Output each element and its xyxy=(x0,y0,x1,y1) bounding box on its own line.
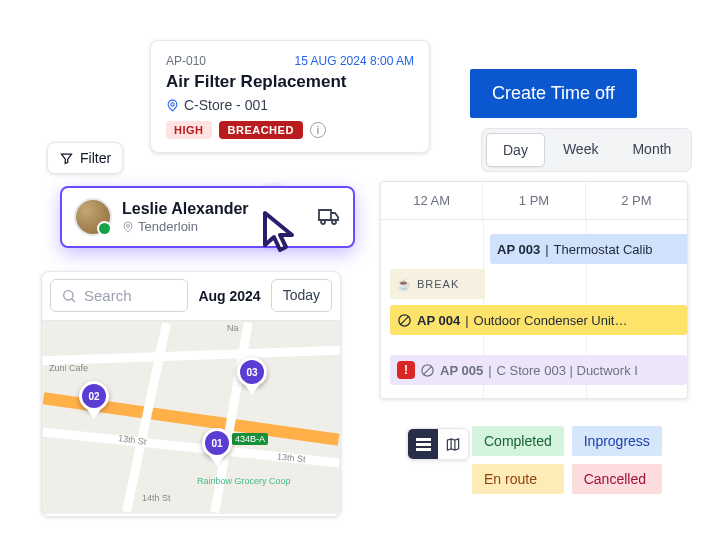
avatar xyxy=(74,198,112,236)
info-icon[interactable]: i xyxy=(310,122,326,138)
schedule-event[interactable]: AP 004 | Outdoor Condenser Unit… xyxy=(390,305,687,335)
svg-point-3 xyxy=(332,220,336,224)
range-day[interactable]: Day xyxy=(486,133,545,167)
technician-card[interactable]: Leslie Alexander Tenderloin xyxy=(60,186,355,248)
schedule-col-header: 2 PM xyxy=(586,182,687,219)
location-icon xyxy=(166,99,179,112)
view-toggle xyxy=(407,428,469,460)
technician-location: Tenderloin xyxy=(138,219,198,234)
event-code: AP 003 xyxy=(497,242,540,257)
map-view-button[interactable] xyxy=(438,429,468,459)
map-pin[interactable]: 01 xyxy=(202,428,232,458)
event-title: Thermostat Calib xyxy=(554,242,653,257)
svg-rect-8 xyxy=(416,443,431,446)
map-street-label: Na xyxy=(227,323,239,333)
map-poi: Rainbow Grocery Coop xyxy=(197,476,291,486)
map-pin[interactable]: 02 xyxy=(79,381,109,411)
filter-icon xyxy=(59,151,74,166)
search-placeholder: Search xyxy=(84,287,132,304)
today-button[interactable]: Today xyxy=(271,279,332,312)
status-completed: Completed xyxy=(472,426,564,456)
cursor-icon xyxy=(260,210,300,254)
ban-icon xyxy=(420,363,435,378)
map-canvas[interactable]: Zuni Cafe Na 13th St 13th St 14th St Rai… xyxy=(42,320,340,514)
job-card[interactable]: AP-010 15 AUG 2024 8:00 AM Air Filter Re… xyxy=(150,40,430,153)
search-icon xyxy=(61,288,77,304)
list-icon xyxy=(416,438,431,451)
svg-point-4 xyxy=(64,290,73,299)
job-location: C-Store - 001 xyxy=(184,97,268,113)
event-code: AP 005 xyxy=(440,363,483,378)
route-badge: 434B-A xyxy=(232,433,268,445)
coffee-icon: ☕ xyxy=(397,278,412,291)
alert-icon: ! xyxy=(397,361,415,379)
map-pin[interactable]: 03 xyxy=(237,357,267,387)
search-input[interactable]: Search xyxy=(50,279,188,312)
map-panel: Search Aug 2024 Today Zuni Cafe Na 13th … xyxy=(41,271,341,517)
break-event[interactable]: ☕ BREAK xyxy=(390,269,485,299)
range-month[interactable]: Month xyxy=(616,133,687,167)
map-street-label: 13th St xyxy=(277,452,306,465)
job-datetime: 15 AUG 2024 8:00 AM xyxy=(295,54,414,68)
map-poi: Zuni Cafe xyxy=(49,363,88,373)
range-week[interactable]: Week xyxy=(547,133,615,167)
month-label[interactable]: Aug 2024 xyxy=(195,279,263,312)
status-cancelled: Cancelled xyxy=(572,464,662,494)
schedule-grid: 12 AM 1 PM 2 PM ☕ BREAK AP 003 | Thermos… xyxy=(380,181,688,399)
schedule-event[interactable]: AP 003 | Thermostat Calib xyxy=(490,234,687,264)
status-legend: Completed Inprogress En route Cancelled xyxy=(472,426,662,494)
truck-icon xyxy=(317,207,341,227)
filter-label: Filter xyxy=(80,150,111,166)
sla-badge: BREACHED xyxy=(219,121,303,139)
svg-rect-9 xyxy=(416,448,431,451)
break-label: BREAK xyxy=(417,278,459,290)
event-code: AP 004 xyxy=(417,313,460,328)
schedule-col-header: 12 AM xyxy=(381,182,483,219)
svg-point-1 xyxy=(127,224,130,227)
status-enroute: En route xyxy=(472,464,564,494)
job-title: Air Filter Replacement xyxy=(166,72,414,92)
event-title: Outdoor Condenser Unit… xyxy=(474,313,628,328)
ban-icon xyxy=(397,313,412,328)
range-segmented: Day Week Month xyxy=(481,128,692,172)
filter-button[interactable]: Filter xyxy=(47,142,123,174)
technician-name: Leslie Alexander xyxy=(122,200,249,218)
priority-badge: HIGH xyxy=(166,121,212,139)
list-view-button[interactable] xyxy=(408,429,438,459)
location-icon xyxy=(122,221,134,233)
event-title: C Store 003 | Ductwork I xyxy=(497,363,638,378)
schedule-event[interactable]: ! AP 005 | C Store 003 | Ductwork I xyxy=(390,355,687,385)
map-street-label: 14th St xyxy=(142,493,171,503)
schedule-col-header: 1 PM xyxy=(483,182,585,219)
svg-point-2 xyxy=(321,220,325,224)
status-inprogress: Inprogress xyxy=(572,426,662,456)
svg-point-0 xyxy=(171,102,174,105)
create-time-off-button[interactable]: Create Time off xyxy=(470,69,637,118)
map-icon xyxy=(445,437,461,452)
job-id: AP-010 xyxy=(166,54,206,68)
svg-rect-7 xyxy=(416,438,431,441)
